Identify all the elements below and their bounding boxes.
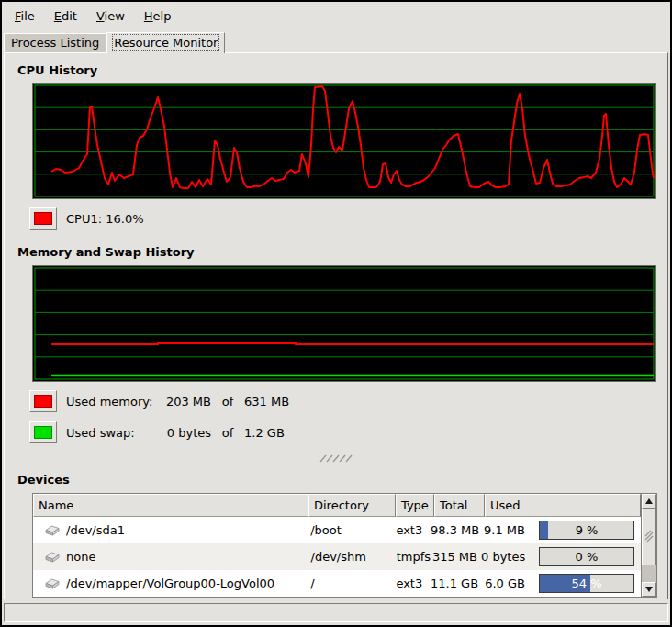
pane-resize-grip[interactable]	[319, 452, 353, 460]
memory-total-value: 631 MB	[244, 395, 289, 409]
device-type: ext3	[392, 523, 431, 537]
menu-bar: File Edit View Help	[2, 2, 670, 29]
system-monitor-window: File Edit View Help Process Listing Reso…	[0, 0, 672, 627]
harddisk-icon	[44, 551, 61, 563]
memory-graph-frame	[35, 268, 654, 379]
column-header-type[interactable]: Type	[396, 494, 434, 517]
harddisk-icon	[44, 524, 61, 536]
menu-edit[interactable]: Edit	[49, 7, 83, 25]
swap-color-swatch-button[interactable]	[29, 421, 57, 443]
cpu-graph-canvas	[33, 84, 655, 198]
device-name: /dev/sda1	[66, 523, 125, 537]
cpu-legend-row: CPU1: 16.0%	[29, 207, 667, 230]
devices-table: Name Directory Type Total Used /dev/sda1	[32, 493, 657, 598]
device-used: 9.1 MB	[481, 523, 525, 537]
vertical-scrollbar[interactable]	[641, 494, 656, 597]
tab-resource-monitor[interactable]: Resource Monitor	[106, 32, 225, 53]
scrollbar-thumb[interactable]	[642, 509, 656, 565]
usage-progress-bar: 9 %	[539, 521, 634, 540]
menu-help[interactable]: Help	[139, 7, 177, 25]
table-row[interactable]: /dev/mapper/VolGroup00-LogVol00 / ext3 1…	[33, 570, 641, 597]
cpu-legend-label: CPU1: 16.0%	[66, 212, 144, 226]
device-total: 98.3 MB	[431, 523, 481, 537]
column-header-total[interactable]: Total	[434, 494, 485, 517]
memory-graph-canvas	[33, 266, 655, 381]
used-memory-line	[51, 343, 654, 344]
usage-percent-label: 9 %	[540, 521, 633, 539]
devices-title: Devices	[17, 473, 667, 487]
swap-color-swatch	[34, 426, 52, 439]
table-row[interactable]: /dev/sda1 /boot ext3 98.3 MB 9.1 MB 9 %	[33, 517, 641, 543]
scroll-down-button[interactable]	[642, 582, 656, 597]
used-swap-label: Used swap:	[66, 426, 158, 440]
cpu-history-graph	[32, 83, 656, 199]
status-bar	[4, 603, 668, 622]
arrow-up-icon	[645, 498, 653, 504]
swap-legend-row: Used swap: 0 bytes of 1.2 GB	[29, 420, 667, 444]
used-memory-label: Used memory:	[66, 395, 158, 409]
column-header-directory[interactable]: Directory	[308, 494, 396, 517]
device-directory: /	[306, 577, 392, 590]
device-used: 0 bytes	[481, 550, 525, 564]
devices-table-header: Name Directory Type Total Used	[33, 494, 641, 517]
device-total: 11.1 GB	[431, 577, 481, 590]
menu-file[interactable]: File	[9, 7, 40, 25]
used-memory-value: 203 MB	[158, 395, 211, 409]
device-name: none	[66, 550, 95, 564]
device-type: tmpfs	[393, 550, 431, 564]
used-swap-value: 0 bytes	[158, 426, 211, 440]
column-header-name[interactable]: Name	[33, 494, 308, 517]
usage-progress-bar: 0 %	[539, 547, 634, 566]
column-header-used[interactable]: Used	[485, 494, 641, 517]
swap-total-value: 1.2 GB	[244, 426, 285, 440]
scrollbar-track[interactable]	[642, 509, 656, 582]
tab-process-listing[interactable]: Process Listing	[4, 33, 106, 52]
cpu-usage-line	[51, 86, 654, 188]
tab-process-listing-label: Process Listing	[11, 36, 99, 50]
memory-color-swatch-button[interactable]	[29, 390, 57, 412]
scroll-up-button[interactable]	[642, 494, 656, 509]
cpu-color-swatch	[34, 212, 52, 225]
cpu-history-title: CPU History	[17, 63, 667, 77]
menu-view[interactable]: View	[91, 7, 130, 25]
memory-color-swatch	[34, 395, 52, 408]
used-swap-of: of	[211, 426, 244, 440]
tab-resource-monitor-label: Resource Monitor	[114, 36, 218, 50]
usage-progress-bar: 54 %	[539, 574, 634, 593]
tab-bar: Process Listing Resource Monitor	[2, 29, 670, 52]
device-directory: /boot	[306, 523, 392, 537]
memory-swap-graph	[32, 265, 656, 382]
arrow-down-icon	[645, 587, 653, 592]
memory-legend-row: Used memory: 203 MB of 631 MB	[29, 389, 667, 413]
memory-swap-title: Memory and Swap History	[17, 245, 667, 259]
table-row[interactable]: none /dev/shm tmpfs 315 MB 0 bytes 0 %	[33, 543, 641, 570]
cpu-color-swatch-button[interactable]	[29, 207, 57, 230]
harddisk-icon	[44, 577, 61, 589]
used-memory-of: of	[211, 395, 244, 409]
device-name: /dev/mapper/VolGroup00-LogVol00	[66, 577, 274, 590]
device-directory: /dev/shm	[307, 550, 393, 564]
usage-percent-label: 54 %	[540, 575, 633, 592]
device-used: 6.0 GB	[481, 577, 525, 590]
scrollbar-grip-icon	[644, 530, 654, 544]
device-total: 315 MB	[431, 550, 481, 564]
usage-percent-label: 0 %	[540, 548, 633, 565]
device-type: ext3	[392, 577, 431, 590]
resource-monitor-panel: CPU History CPU1: 16.0% Memory and Swap …	[4, 52, 668, 599]
